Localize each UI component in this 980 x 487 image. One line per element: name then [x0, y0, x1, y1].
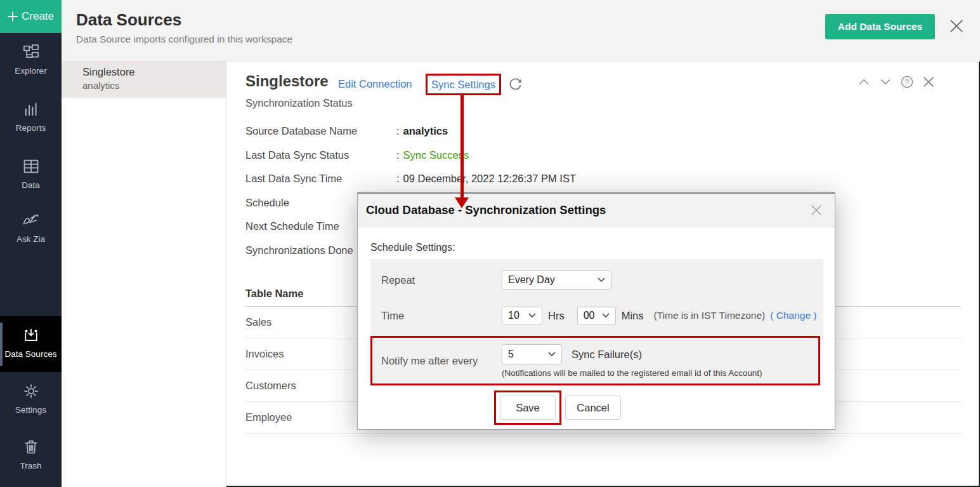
sync-failures-label: Sync Failure(s): [572, 349, 642, 361]
schedule-settings-panel: Repeat Every Day Time 10 Hrs 00 Mins: [370, 259, 823, 340]
data-source-list-panel: Singlestore analytics: [62, 62, 226, 487]
field-label: Source Database Name: [245, 125, 396, 137]
sync-failures-select[interactable]: 5: [502, 344, 562, 365]
chevron-down-icon: [548, 352, 556, 357]
field-colon: :: [396, 173, 400, 185]
notify-label: Notify me after every: [381, 355, 502, 367]
modal-title: Cloud Database - Synchronization Setting…: [366, 203, 606, 217]
table-icon: [22, 157, 40, 175]
field-value: 09 December, 2022 12:26:37 PM IST: [403, 173, 576, 185]
import-tray-icon: [22, 326, 40, 344]
sidebar-item-label: Data Sources: [5, 349, 57, 359]
sidebar-item-explorer[interactable]: Explorer: [0, 43, 62, 76]
page-header: Data Sources Data Source imports configu…: [62, 0, 980, 62]
chevron-down-icon[interactable]: [879, 75, 892, 89]
field-label: Last Data Sync Time: [245, 173, 396, 185]
time-label: Time: [381, 310, 502, 322]
annotation-arrow-head: [455, 197, 469, 208]
create-button-label: Create: [22, 10, 54, 23]
hours-select-value: 10: [508, 310, 519, 321]
cancel-button[interactable]: Cancel: [565, 396, 621, 420]
field-last-sync-time: Last Data Sync Time : 09 December, 2022 …: [245, 167, 576, 191]
notify-settings: 5 Sync Failure(s) (Notifications will be…: [502, 344, 762, 378]
chevron-down-icon: [598, 277, 605, 283]
field-colon: :: [396, 149, 400, 161]
field-value: analytics: [403, 125, 448, 137]
close-icon[interactable]: [948, 18, 965, 34]
sidebar-item-label: Data: [22, 180, 40, 190]
hours-select[interactable]: 10: [502, 307, 542, 325]
add-data-sources-button[interactable]: Add Data Sources: [825, 14, 935, 39]
active-item-accent: [0, 323, 3, 366]
field-colon: :: [396, 125, 400, 137]
sidebar-item-settings[interactable]: Settings: [0, 382, 62, 415]
sync-settings-modal: Cloud Database - Synchronization Setting…: [357, 192, 835, 430]
sidebar-item-label: Trash: [20, 460, 41, 471]
sidebar-item-ask-zia[interactable]: Ask Zia: [0, 211, 62, 244]
close-icon[interactable]: [922, 75, 936, 89]
sidebar-item-label: Reports: [16, 123, 46, 133]
sidebar-item-trash[interactable]: Trash: [0, 438, 62, 471]
sidebar-item-data-sources[interactable]: Data Sources: [0, 316, 62, 372]
field-label: Last Data Sync Status: [245, 149, 396, 161]
close-icon[interactable]: [809, 203, 823, 217]
svg-text:?: ?: [905, 78, 909, 86]
repeat-label: Repeat: [381, 274, 502, 286]
sidebar-item-label: Settings: [15, 404, 46, 415]
field-value: Sync Success: [403, 149, 469, 161]
minutes-select-value: 00: [584, 310, 595, 321]
repeat-row: Repeat Every Day: [370, 259, 823, 297]
annotation-arrow-stem: [461, 95, 464, 197]
create-button[interactable]: Create: [0, 0, 62, 33]
primary-sidebar: Create Explorer Reports Data Ask Zia Dat…: [0, 0, 62, 487]
modal-header: Cloud Database - Synchronization Setting…: [358, 194, 835, 227]
help-icon[interactable]: ?: [900, 75, 914, 89]
modal-buttons: Save Cancel: [494, 390, 621, 425]
field-source-database-name: Source Database Name : analytics: [245, 119, 576, 143]
sidebar-item-label: Ask Zia: [16, 234, 45, 244]
schedule-settings-label: Schedule Settings:: [370, 242, 455, 253]
chevron-down-icon: [528, 313, 536, 318]
trash-icon: [22, 438, 40, 456]
sync-settings-link[interactable]: Sync Settings: [431, 79, 495, 91]
field-last-sync-status: Last Data Sync Status : Sync Success: [245, 143, 576, 168]
app-window: Create Explorer Reports Data Ask Zia Dat…: [0, 0, 980, 487]
sidebar-item-data[interactable]: Data: [0, 157, 62, 190]
refresh-icon[interactable]: [508, 77, 523, 91]
chevron-down-icon: [602, 313, 610, 318]
save-annotation-box: Save: [494, 390, 561, 425]
chevron-up-icon[interactable]: [857, 75, 871, 89]
notify-annotation-box: Notify me after every 5 Sync Failure(s) …: [370, 336, 820, 385]
source-database: analytics: [82, 80, 226, 91]
detail-toolbar: ?: [857, 75, 936, 89]
plus-icon: [8, 11, 18, 22]
mins-unit-label: Mins: [622, 310, 644, 322]
sync-failures-select-value: 5: [508, 349, 514, 360]
page-subtitle: Data Source imports configured in this w…: [76, 34, 292, 45]
repeat-select-value: Every Day: [508, 274, 555, 286]
sync-settings-annotation-box: Sync Settings: [426, 74, 501, 95]
source-name: Singlestore: [82, 66, 226, 78]
notify-note: (Notifications will be mailed to the reg…: [502, 368, 762, 378]
hierarchy-icon: [22, 43, 40, 61]
sync-status-section-title: Synchronization Status: [245, 97, 353, 109]
change-timezone-link[interactable]: ( Change ): [770, 310, 816, 321]
save-button[interactable]: Save: [500, 396, 556, 420]
sidebar-item-label: Explorer: [15, 65, 46, 76]
repeat-select[interactable]: Every Day: [502, 270, 611, 290]
bar-chart-icon: [22, 100, 40, 118]
timezone-note: (Time is in IST Timezone): [654, 310, 766, 321]
gear-icon: [22, 382, 40, 400]
page-title: Data Sources: [76, 10, 181, 30]
detail-title: Singlestore: [245, 72, 329, 90]
zia-scribble-icon: [22, 211, 41, 229]
edit-connection-link[interactable]: Edit Connection: [338, 78, 412, 90]
source-list-item-singlestore[interactable]: Singlestore analytics: [62, 62, 226, 98]
sidebar-item-reports[interactable]: Reports: [0, 100, 62, 133]
hrs-unit-label: Hrs: [548, 310, 565, 322]
minutes-select[interactable]: 00: [577, 307, 616, 325]
time-row: Time 10 Hrs 00 Mins (Time is in IST Time…: [370, 297, 823, 334]
